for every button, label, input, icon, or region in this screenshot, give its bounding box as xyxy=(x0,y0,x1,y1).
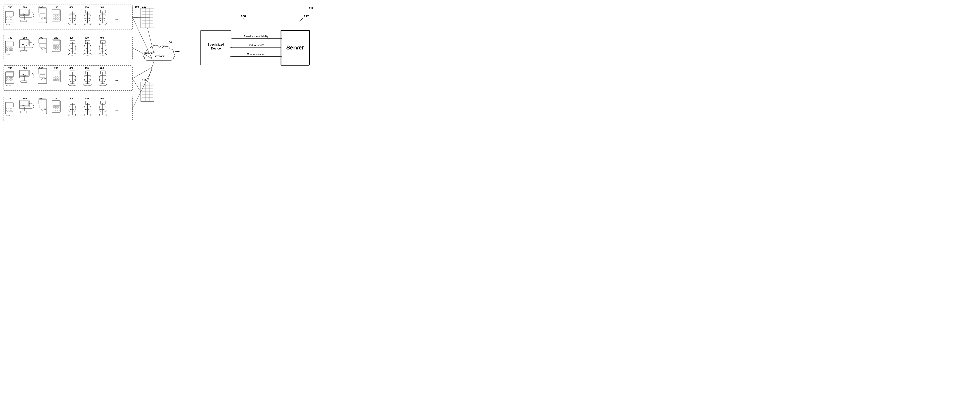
svg-rect-36 xyxy=(11,17,13,18)
svg-rect-61 xyxy=(57,19,59,20)
svg-rect-38 xyxy=(9,19,11,20)
svg-line-233 xyxy=(148,60,154,82)
svg-text:700: 700 xyxy=(8,37,12,39)
right-comm-diagram: 112 112 100 Specialized Device Server Br xyxy=(194,13,320,104)
diagram-container: 700 500 300 200 400 400 400 700 500 300 … xyxy=(0,0,326,133)
svg-rect-132 xyxy=(53,71,60,75)
svg-rect-96 xyxy=(53,47,55,48)
svg-text:400: 400 xyxy=(70,67,73,70)
svg-rect-178 xyxy=(57,108,59,109)
svg-rect-161 xyxy=(19,100,29,107)
svg-rect-152 xyxy=(5,102,14,114)
svg-rect-127 xyxy=(39,69,46,74)
svg-line-198 xyxy=(132,70,152,109)
svg-rect-153 xyxy=(6,103,13,107)
svg-rect-202 xyxy=(141,8,154,28)
svg-rect-84 xyxy=(21,50,27,52)
svg-rect-48 xyxy=(40,14,45,17)
svg-rect-82 xyxy=(20,40,29,45)
svg-text:700: 700 xyxy=(8,67,12,70)
svg-text:400: 400 xyxy=(100,67,104,70)
svg-text:400: 400 xyxy=(85,97,89,100)
ref-112-label: 112 xyxy=(309,6,313,10)
svg-point-49 xyxy=(41,17,43,19)
svg-text:200: 200 xyxy=(54,37,58,39)
svg-rect-177 xyxy=(56,108,57,109)
svg-rect-163 xyxy=(23,107,24,111)
svg-text:102: 102 xyxy=(175,49,180,52)
svg-point-130 xyxy=(44,78,46,79)
svg-rect-138 xyxy=(57,78,59,79)
svg-rect-43 xyxy=(23,16,24,20)
comm-svg: 112 100 Specialized Device Server Broadc… xyxy=(194,13,320,104)
svg-text:700: 700 xyxy=(8,97,12,100)
svg-text:112: 112 xyxy=(142,5,146,8)
svg-rect-44 xyxy=(21,20,27,22)
svg-rect-94 xyxy=(56,46,57,47)
svg-rect-179 xyxy=(53,110,55,111)
svg-rect-124 xyxy=(21,81,27,83)
svg-text:APVU: APVU xyxy=(6,84,11,86)
svg-rect-46 xyxy=(38,8,47,23)
svg-rect-133 xyxy=(53,76,55,77)
svg-text:106: 106 xyxy=(135,5,139,8)
svg-rect-53 xyxy=(53,15,55,16)
svg-line-240 xyxy=(23,105,27,106)
svg-line-241 xyxy=(23,14,27,15)
svg-line-242 xyxy=(298,19,303,22)
svg-text:112: 112 xyxy=(142,79,146,82)
svg-rect-176 xyxy=(53,108,55,109)
svg-text:400: 400 xyxy=(70,6,73,9)
svg-rect-134 xyxy=(56,76,57,77)
svg-point-50 xyxy=(44,17,46,19)
svg-rect-54 xyxy=(56,15,57,16)
svg-rect-167 xyxy=(39,99,46,104)
svg-text:400: 400 xyxy=(70,97,73,100)
spec-device-text: Specialized xyxy=(208,43,224,46)
svg-rect-141 xyxy=(57,79,59,81)
svg-rect-87 xyxy=(39,39,46,43)
svg-rect-97 xyxy=(56,47,57,48)
svg-rect-101 xyxy=(57,49,59,50)
ref-112-text: 112 xyxy=(304,14,309,18)
svg-rect-117 xyxy=(6,79,8,81)
svg-rect-173 xyxy=(53,106,55,108)
svg-rect-135 xyxy=(57,76,59,77)
svg-rect-175 xyxy=(57,106,59,108)
svg-rect-123 xyxy=(23,76,24,81)
svg-rect-131 xyxy=(52,70,60,82)
svg-text:...: ... xyxy=(115,108,118,112)
svg-rect-91 xyxy=(52,40,60,52)
svg-point-129 xyxy=(41,78,43,80)
svg-rect-74 xyxy=(6,47,8,48)
svg-rect-115 xyxy=(9,78,11,79)
svg-line-237 xyxy=(132,79,141,92)
svg-rect-42 xyxy=(20,10,29,14)
svg-rect-72 xyxy=(5,41,14,53)
svg-text:400: 400 xyxy=(70,37,73,39)
svg-rect-75 xyxy=(9,47,11,48)
svg-rect-33 xyxy=(6,11,13,16)
svg-rect-77 xyxy=(6,49,8,51)
svg-text:400: 400 xyxy=(100,37,104,39)
svg-rect-95 xyxy=(57,46,59,47)
svg-rect-99 xyxy=(53,49,55,50)
communication-label: Communication xyxy=(247,53,265,56)
svg-rect-83 xyxy=(23,46,24,50)
svg-rect-113 xyxy=(6,72,13,76)
svg-point-89 xyxy=(41,48,43,50)
svg-rect-174 xyxy=(56,106,57,108)
svg-rect-52 xyxy=(53,10,60,14)
svg-text:...: ... xyxy=(115,16,118,21)
svg-text:100: 100 xyxy=(167,41,172,44)
svg-text:700: 700 xyxy=(8,6,12,9)
svg-rect-81 xyxy=(19,40,29,46)
svg-text:500: 500 xyxy=(23,67,27,70)
svg-text:NETWORK: NETWORK xyxy=(154,55,165,57)
svg-rect-158 xyxy=(9,110,11,111)
svg-line-239 xyxy=(23,75,27,76)
svg-rect-88 xyxy=(40,44,45,47)
svg-rect-39 xyxy=(11,19,13,20)
svg-rect-112 xyxy=(5,71,14,84)
svg-rect-93 xyxy=(53,46,55,47)
